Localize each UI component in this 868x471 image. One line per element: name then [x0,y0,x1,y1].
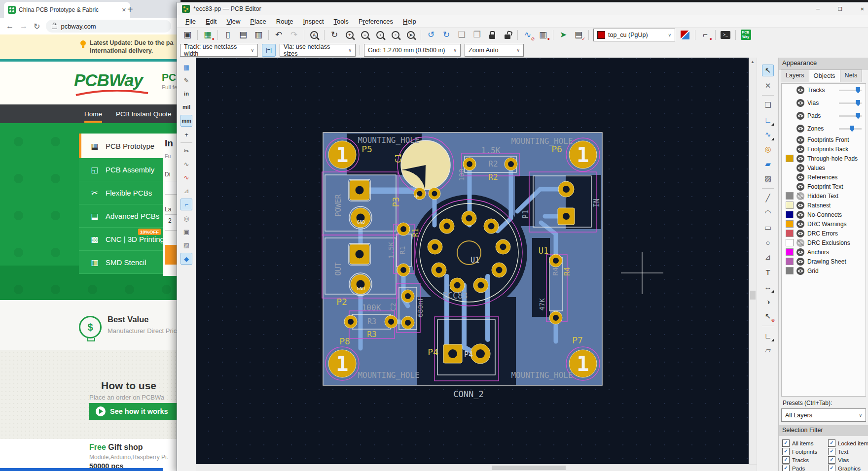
maximize-button[interactable]: ❒ [829,2,851,15]
menu-tools[interactable]: Tools [329,17,353,26]
via-size-select[interactable]: Via: use netclass sizes∨ [280,44,356,57]
page-settings-button[interactable]: ▯ [222,30,233,40]
drill-origin-tool[interactable]: ∟ [762,330,773,341]
rotate-cw-button[interactable]: ↻ [441,30,452,40]
menu-file[interactable]: File [181,17,200,26]
zoom-out-button[interactable]: − [360,30,370,40]
forward-icon[interactable]: → [20,22,28,31]
visibility-eye-icon[interactable] [796,202,804,209]
opacity-slider[interactable] [839,90,862,91]
visibility-eye-icon[interactable] [796,164,804,172]
layer-pair-indicator[interactable] [680,30,690,40]
pcbway-logo[interactable]: PCBWay [74,70,143,90]
visibility-eye-icon[interactable] [796,211,804,219]
add-via-tool[interactable]: ◎ [762,144,773,155]
select-tool[interactable]: ↖ [762,65,774,76]
tune-length-tool[interactable]: ∿ [762,129,773,140]
close-button[interactable]: ✕ [851,2,868,15]
group-button[interactable]: ❏ [456,30,467,40]
scripting-console-button[interactable]: >_ [720,30,731,40]
print-button[interactable]: ▤ [238,30,249,40]
tab-layers[interactable]: Layers [781,69,809,82]
filter-text[interactable]: ✓Text [828,447,868,456]
see-how-it-works-button[interactable]: See how it works [89,403,181,420]
menu-preferences[interactable]: Preferences [354,17,398,26]
color-swatch[interactable] [786,258,794,265]
delete-tool[interactable]: ↖⊗ [762,311,773,322]
visibility-eye-icon[interactable] [796,125,804,133]
color-swatch[interactable] [786,220,794,228]
color-swatch[interactable] [786,202,794,209]
tab-nets[interactable]: Nets [840,69,863,82]
add-dimension-tool[interactable]: ↔ [762,281,773,292]
inactive-layer-display-icon[interactable]: ◆ [181,253,192,265]
visibility-eye-icon[interactable] [796,86,804,94]
refresh-icon[interactable]: ↻ [34,22,40,31]
netclass-sizes-button[interactable]: |=| [262,44,276,57]
pcb-canvas[interactable]: MOUNTING_HOLEMOUNTING_HOLEMOUNTING_HOLEM… [196,58,749,467]
filter-vias[interactable]: ✓Vias [828,456,868,464]
visibility-eye-icon[interactable] [796,173,804,181]
find-button[interactable]: A [309,30,320,40]
visibility-eye-icon[interactable] [796,112,804,120]
opacity-slider[interactable] [839,128,862,130]
add-circle-tool[interactable]: ○ [762,237,773,248]
measure-tool[interactable]: ▱ [762,345,773,356]
zoom-objects-button[interactable]: ▫ [390,30,401,40]
visibility-eye-icon[interactable] [796,239,804,247]
local-ratsnest-button[interactable]: ▥● [538,30,548,40]
edit-grid-icon[interactable]: ✎ [181,75,192,86]
add-line-tool[interactable]: ╱ [762,193,773,203]
menu-help[interactable]: Help [398,17,421,26]
visibility-eye-icon[interactable] [796,230,804,237]
add-footprint-tool[interactable]: ❏ [762,100,773,110]
redo-button[interactable]: ↷ [289,30,299,40]
add-arc-tool[interactable]: ◠ [762,207,773,218]
zoom-select[interactable]: Zoom Auto∨ [465,44,524,57]
scroll-up-icon[interactable]: ▲ [751,60,755,64]
menu-view[interactable]: View [222,17,245,26]
vertical-scrollbar[interactable]: ▲ [749,58,757,465]
filter-locked-items[interactable]: ✓Locked items [828,439,868,447]
horizontal-scrollbar[interactable] [196,464,757,471]
ratsnest-visibility-icon[interactable]: ✂ [181,145,192,156]
add-zone-tool[interactable]: ▰ [762,159,773,169]
new-tab-button[interactable]: + [127,4,133,15]
units-inches-button[interactable]: in [181,88,192,99]
zoom-fit-button[interactable]: ▪ [375,30,386,40]
nav-item-home[interactable]: Home [84,104,102,123]
filter-footprints[interactable]: ✓Footprints [782,447,817,456]
filter-pads[interactable]: ✓Pads [782,464,817,471]
tab-close-icon[interactable]: ✕ [122,7,126,13]
plot-button[interactable]: ▥ [253,30,264,40]
opacity-slider[interactable] [839,115,862,117]
browser-tab[interactable]: China PCB Prototype & Fabric ✕ [4,2,130,18]
visibility-eye-icon[interactable] [796,248,804,256]
horizontal-scroll-thumb[interactable] [492,466,566,470]
color-swatch[interactable] [786,192,794,200]
minimize-button[interactable]: ─ [807,2,829,15]
units-mm-button[interactable]: mm [181,115,192,127]
ratsnest-all-layers-icon[interactable]: ∿ [181,172,192,183]
visibility-eye-icon[interactable] [796,183,804,191]
ungroup-button[interactable]: ❐ [471,30,482,40]
add-rectangle-tool[interactable]: ▭ [762,222,773,233]
route-tracks-tool[interactable]: ∟ [762,114,773,125]
curved-ratsnest-icon[interactable]: ∿ [181,159,192,169]
url-field[interactable]: pcbway.com [46,20,171,33]
units-mils-button[interactable]: mil [181,101,192,112]
kicad-title-bar[interactable]: *ecc83-pp — PCB Editor ─ ❒ ✕ [177,2,868,16]
color-swatch[interactable] [786,155,794,162]
visibility-eye-icon[interactable] [796,258,804,266]
lock-button[interactable] [487,30,498,40]
zoom-selection-button[interactable]: ➤ [405,30,416,40]
add-text-tool[interactable]: T [762,267,773,277]
menu-edit[interactable]: Edit [201,17,221,26]
presets-select[interactable]: All Layers∨ [781,408,866,422]
capacitor-c1[interactable] [401,140,450,190]
undo-button[interactable]: ↶ [273,30,284,40]
drawing-mode-icon[interactable]: ⊿ [181,185,192,196]
board-setup-button[interactable]: ▦● [202,30,213,40]
pcbway-plugin-button[interactable]: PCBWay [740,30,751,40]
update-pcb-button[interactable]: ⌐● [700,30,711,40]
